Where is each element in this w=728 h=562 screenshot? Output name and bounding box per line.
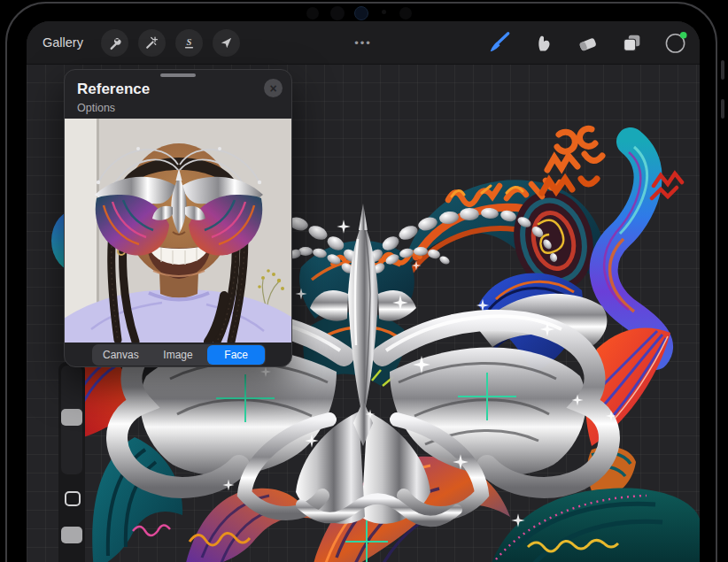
camera-dot — [306, 7, 319, 19]
s-selection-icon: S — [182, 35, 197, 50]
panel-drag-handle[interactable] — [160, 73, 196, 77]
front-camera — [354, 6, 368, 20]
brush-size-handle[interactable] — [61, 409, 82, 426]
camera-dot — [399, 7, 412, 19]
reference-face-photo[interactable] — [65, 119, 292, 343]
volume-button — [721, 99, 724, 119]
svg-text:S: S — [186, 36, 191, 46]
modify-button[interactable] — [65, 491, 81, 506]
opacity-handle[interactable] — [61, 527, 82, 543]
erase-button[interactable] — [576, 31, 600, 55]
camera-dot — [330, 6, 345, 20]
mic-dot — [382, 10, 386, 14]
paint-button[interactable] — [487, 31, 511, 55]
top-toolbar: Gallery S — [27, 21, 700, 65]
reference-panel: Reference Options × — [64, 69, 292, 367]
transform-arrow-icon — [219, 35, 234, 50]
layers-icon — [621, 32, 643, 54]
ipad-device: Gallery S — [0, 0, 728, 562]
selection-button[interactable]: S — [175, 29, 203, 57]
right-ribbon-wing — [604, 142, 659, 356]
close-button[interactable]: × — [264, 79, 283, 97]
panel-title: Reference — [77, 81, 150, 98]
color-ring-icon — [664, 30, 688, 55]
color-button[interactable] — [664, 31, 688, 55]
panel-subtitle[interactable]: Options — [77, 102, 115, 114]
brush-icon — [488, 31, 511, 54]
adjustments-button[interactable] — [138, 29, 166, 57]
tab-image[interactable]: Image — [150, 344, 207, 366]
multitask-indicator[interactable]: ••• — [354, 21, 372, 64]
face-photo-graphic — [65, 119, 292, 343]
magic-wand-icon — [144, 35, 159, 50]
actions-button[interactable] — [101, 29, 128, 57]
volume-button — [721, 60, 724, 80]
bottom-right-wing — [489, 489, 700, 562]
brush-sidebar — [58, 362, 85, 562]
transform-button[interactable] — [213, 29, 240, 57]
layers-button[interactable] — [620, 31, 644, 55]
wrench-icon — [107, 35, 122, 50]
reference-mode-tabs: Canvas Image Face — [92, 344, 266, 366]
tab-face[interactable]: Face — [207, 345, 265, 365]
tab-canvas[interactable]: Canvas — [92, 344, 150, 366]
gallery-button[interactable]: Gallery — [43, 35, 83, 50]
smudge-finger-icon — [533, 32, 554, 53]
eraser-icon — [577, 32, 599, 54]
smudge-button[interactable] — [531, 31, 555, 55]
